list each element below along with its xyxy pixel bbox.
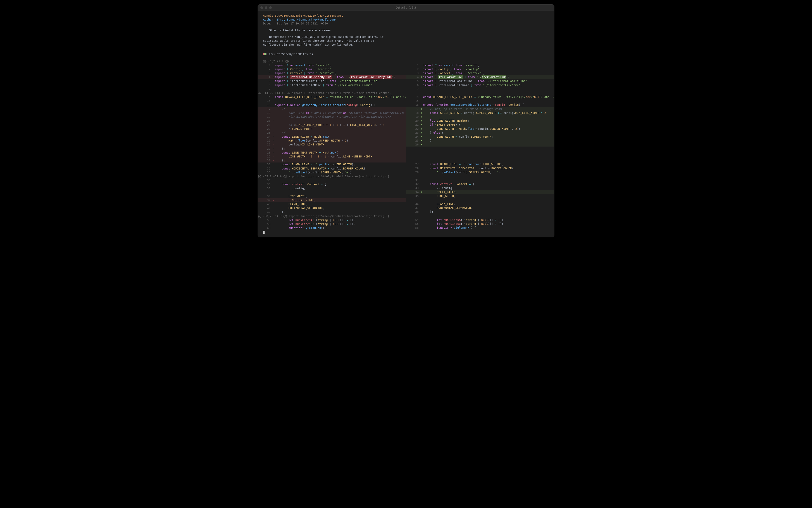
diff-line-added: 18+ const SPLIT_DIFFS = config.SCREEN_WI… [406,111,554,115]
diff-line-deleted: 24- const LINE_WIDTH = Math.max( [258,135,406,139]
close-icon[interactable] [260,6,263,9]
diff-marker: - [272,151,275,155]
diff-line-context: 60 function* yieldHunk() { [258,226,406,230]
line-number: 18 [263,111,272,115]
minimize-icon[interactable] [265,6,267,9]
diff-marker: - [272,142,275,146]
diff-marker [272,67,275,71]
diff-line-context: 14 const BINARY_FILES_DIFF_REGEX = /^Bin… [406,95,554,99]
line-number: 7 [411,87,420,91]
diff-marker [420,103,423,107]
diff-line-context: 15 [258,99,406,103]
diff-line-deleted: 25- Math.floor(config.SCREEN_WIDTH / 2), [258,139,406,142]
diff-line-context: 41 HORIZONTAL_SEPARATOR, [258,206,406,210]
diff-line-context: 59 let hunkLinesB: (string | null)[] = [… [258,222,406,226]
code-content: ''.padStart(config.SCREEN_WIDTH, '─') [423,170,554,174]
diff-marker [420,170,423,174]
author-line: Author: Shrey Banga <banga.shrey@gmail.c… [258,18,554,22]
diff-line-context: 42 }; [258,210,406,214]
diff-line-deleted: 19- <lineWithoutPrefix><lineNo> <linePre… [258,115,406,119]
line-number: 20 [263,119,272,123]
diff-marker [272,186,275,190]
code-content [423,151,554,155]
line-number: 15 [411,99,420,103]
diff-marker [420,182,423,186]
line-number: 37 [263,186,272,190]
code-content: }; [423,210,554,214]
line-number: 42 [263,210,272,214]
line-number: 25 [263,139,272,142]
diff-marker [420,99,423,103]
zoom-icon[interactable] [269,6,272,9]
diff-marker: - [272,115,275,119]
line-number: 17 [411,107,420,111]
date-label: Date: [263,22,272,25]
code-content: let LINE_WIDTH: number; [423,119,554,123]
line-number: 26 [263,142,272,146]
code-content: let hunkLinesA: (string | null)[] = []; [275,218,406,222]
diff-marker [420,202,423,206]
diff-line-added: 34+ SPLIT_DIFFS, [406,190,554,194]
code-content: import { iterFormatHunk } from './iterFo… [423,75,554,79]
code-content: const LINE_WIDTH = Math.max( [275,135,406,139]
diff-marker: - [272,139,275,142]
diff-marker: + [420,111,423,115]
line-number: 59 [263,222,272,226]
diff-marker [420,83,423,87]
diff-line-added: 24+ LINE_WIDTH = config.SCREEN_WIDTH; [406,135,554,139]
date-line: Date: Sat Apr 17 20:20:56 2021 -0700 [258,22,554,26]
code-content: LINE_WIDTH = Math.floor(config.SCREEN_WI… [423,127,554,131]
diff-left-side: 1 import * as assert from 'assert';2 imp… [258,64,406,230]
diff-line-empty [406,198,554,202]
diff-line-deleted: 23- */ [258,131,406,135]
diff-marker [420,226,423,230]
line-number: 19 [263,115,272,119]
line-number: 38 [263,195,272,198]
line-number: 14 [411,95,420,99]
diff-line-context: 14 const BINARY_FILES_DIFF_REGEX = /^Bin… [258,95,406,99]
diff-line-added: 25+ } [406,139,554,142]
diff-line-context: 27 const BLANK_LINE = ''.padStart(LINE_W… [406,162,554,166]
diff-marker [272,206,275,210]
line-number: 23 [411,131,420,135]
diff-line-empty [258,190,406,195]
line-number: 20 [411,119,420,123]
line-number: 60 [263,226,272,230]
code-content: import { iterFormatFileName } from './it… [275,83,406,87]
diff-marker [420,67,423,71]
line-number [263,190,272,195]
diff-line-context: 7 [258,87,406,91]
code-content: config.MIN_LINE_WIDTH [275,142,406,146]
code-content: const LINE_TEXT_WIDTH = Math.max( [275,151,406,155]
line-number: 35 [411,194,420,198]
code-content: LINE_WIDTH - 1 - 1 - 1 - config.LINE_NUM… [275,155,406,159]
diff-line-added: 22+ LINE_WIDTH = Math.floor(config.SCREE… [406,127,554,131]
diff-line-deleted: 29- LINE_WIDTH - 1 - 1 - 1 - config.LINE… [258,155,406,159]
code-content: const HORIZONTAL_SEPARATOR = config.BORD… [423,166,554,170]
commit-hash: 5a00d16095a255b57c762289fa434e18088b956b [275,14,343,17]
diff-marker: - [272,119,275,123]
line-number: 41 [263,206,272,210]
line-number: 1 [411,64,420,67]
line-number: 36 [263,182,272,186]
diff-marker [420,178,423,182]
code-content: const BLANK_LINE = ''.padStart(LINE_WIDT… [275,163,406,166]
diff-marker [272,99,275,103]
terminal-content[interactable]: commit 5a00d16095a255b57c762289fa434e180… [258,11,554,237]
diff-marker: + [420,142,423,146]
code-content [423,198,554,202]
diff-line-context: 16 export function getSideBySideDiffIter… [406,103,554,107]
diff-line-context: 7 [406,87,554,91]
diff-line-context: 29 ''.padStart(config.SCREEN_WIDTH, '─') [406,170,554,174]
code-content [275,87,406,91]
diff-line-context: 37 HORIZONTAL_SEPARATOR, [406,206,554,210]
line-number: 32 [411,182,420,186]
diff-line-context: 1 import * as assert from 'assert'; [258,64,406,67]
code-content [423,146,554,151]
diff-line-context: 36 BLANK_LINE, [406,202,554,206]
code-content [423,155,554,158]
code-content: Each line in a hunk is rendered as follo… [275,111,406,115]
diff-line-context: 37 ...config, [258,186,406,190]
line-number [411,198,420,202]
diff-line-empty [406,158,554,162]
